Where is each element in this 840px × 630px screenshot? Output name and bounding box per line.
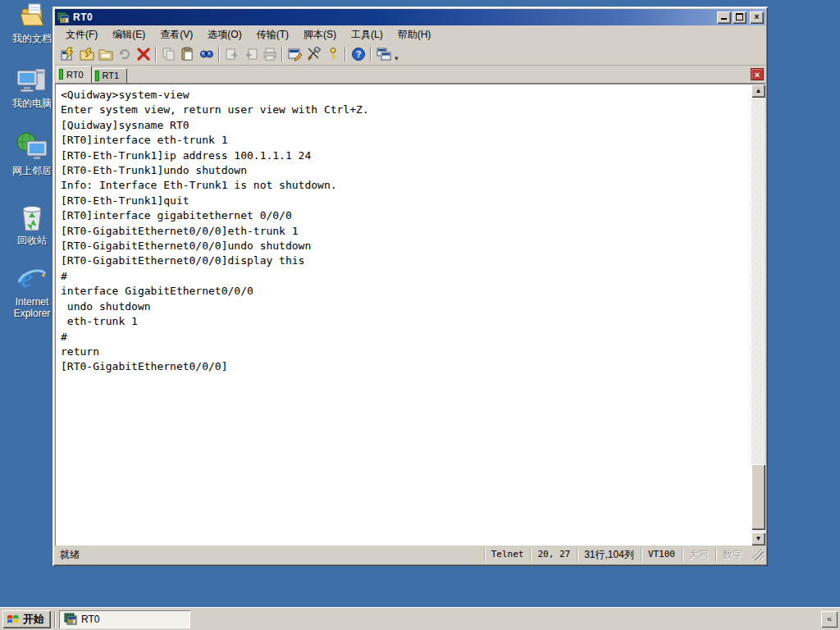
status-protocol: Telnet	[484, 548, 531, 561]
terminal-line: [RT0-GigabitEthernet0/0/0]	[61, 359, 751, 374]
my-computer-icon	[16, 66, 48, 95]
disconnect-icon[interactable]	[134, 46, 153, 63]
windows-logo-icon	[7, 614, 20, 625]
toolbar-separator	[218, 47, 220, 62]
terminal-line: Info: Interface Eth-Trunk1 is not shutdo…	[61, 178, 751, 193]
status-num-lock: 数字	[715, 548, 749, 561]
scrollbar-thumb[interactable]	[751, 464, 765, 530]
terminal-line: [RT0-Eth-Trunk1]undo shutdown	[61, 163, 751, 178]
menu-bar: 文件(F)编辑(E)查看(V)选项(O)传输(T)脚本(S)工具(L)帮助(H)	[55, 25, 765, 43]
my-documents-icon	[17, 2, 47, 30]
status-cursor-position: 20, 27	[530, 548, 577, 561]
vertical-scrollbar[interactable]: ▲ ▼	[751, 84, 765, 546]
status-ready: 就绪	[57, 548, 484, 562]
tray-chevron-button[interactable]: «	[821, 611, 838, 628]
cascade-windows-icon[interactable]	[374, 46, 393, 63]
terminal-line: eth-trunk 1	[61, 314, 751, 329]
print-icon[interactable]	[260, 46, 279, 63]
tab-rt0[interactable]: RT0	[57, 66, 92, 83]
help-icon[interactable]: ?	[349, 46, 368, 63]
reconnect-icon[interactable]	[115, 46, 134, 63]
taskbar: 开始 RT0 «	[0, 607, 840, 630]
toolbar-overflow-chevron-icon[interactable]: ▾	[395, 54, 399, 63]
scrollbar-track[interactable]	[751, 98, 765, 532]
minimize-icon	[721, 12, 727, 20]
menu-item[interactable]: 编辑(E)	[105, 26, 153, 43]
recycle-bin-icon	[18, 203, 46, 232]
toolbar-separator	[345, 47, 346, 62]
toolbar-separator	[370, 47, 372, 62]
status-emulation: VT100	[641, 548, 682, 561]
start-label: 开始	[23, 612, 44, 627]
minimize-button[interactable]	[717, 11, 731, 24]
copy-icon[interactable]	[159, 46, 178, 63]
scroll-up-icon[interactable]: ▲	[751, 84, 765, 98]
close-tab-button[interactable]: ×	[751, 68, 764, 80]
app-icon	[64, 613, 77, 625]
terminal-line: [RT0-GigabitEthernet0/0/0]undo shutdown	[61, 239, 751, 253]
scroll-down-icon[interactable]: ▼	[751, 532, 765, 546]
taskbar-button-rt0[interactable]: RT0	[59, 610, 190, 628]
tab-label: RT0	[66, 70, 84, 80]
find-icon[interactable]	[197, 46, 216, 63]
quick-connect-icon[interactable]	[58, 46, 77, 63]
resize-grip[interactable]	[752, 549, 764, 560]
status-caps-lock: 大写	[682, 548, 715, 561]
svg-text:?: ?	[355, 49, 361, 59]
terminal-line: #	[61, 269, 751, 284]
terminal-line: [Quidway]sysname RT0	[61, 118, 751, 133]
connected-indicator-icon	[60, 70, 62, 79]
terminal-line: undo shutdown	[61, 299, 751, 314]
paste-icon[interactable]	[178, 46, 197, 63]
internet-explorer-icon: e	[16, 262, 48, 294]
toolbar: ? ▾	[55, 43, 765, 66]
terminal-line: [RT0]interface gigabitethernet 0/0/0	[61, 208, 751, 223]
app-icon	[57, 11, 70, 24]
terminal-line: [RT0]interface eth-trunk 1	[61, 133, 751, 148]
send-file-icon[interactable]	[222, 46, 241, 63]
receive-file-icon[interactable]	[241, 46, 260, 63]
global-options-icon[interactable]	[304, 46, 323, 63]
terminal-line: [RT0-Eth-Trunk1]quit	[61, 194, 751, 208]
connected-indicator-icon	[96, 71, 98, 80]
network-places-icon	[16, 131, 48, 162]
terminal-line: [RT0-GigabitEthernet0/0/0]display this	[61, 253, 751, 268]
terminal-line: interface GigabitEthernet0/0/0	[61, 284, 751, 299]
tab-label: RT1	[103, 71, 120, 80]
session-options-icon[interactable]	[285, 46, 304, 63]
status-bar: 就绪 Telnet 20, 27 31行,104列 VT100 大写 数字	[55, 546, 765, 564]
window-title: RT0	[73, 11, 715, 23]
terminal-output[interactable]: <Quidway>system-viewEnter system view, r…	[55, 84, 751, 546]
menu-item[interactable]: 传输(T)	[249, 26, 296, 43]
menu-item[interactable]: 查看(V)	[153, 26, 200, 43]
terminal-line: [RT0-Eth-Trunk1]ip address 100.1.1.1 24	[61, 148, 751, 163]
status-terminal-size: 31行,104列	[577, 548, 641, 561]
close-button[interactable]: ×	[750, 11, 764, 24]
maximize-icon	[736, 13, 743, 21]
menu-item[interactable]: 选项(O)	[200, 26, 249, 43]
menu-item[interactable]: 工具(L)	[344, 26, 390, 43]
maximize-button[interactable]	[733, 11, 746, 24]
sessions-folder-icon[interactable]	[96, 46, 115, 63]
taskbar-divider	[54, 611, 56, 628]
terminal-line: Enter system view, return user view with…	[61, 103, 751, 117]
menu-item[interactable]: 脚本(S)	[296, 26, 344, 43]
menu-item[interactable]: 帮助(H)	[390, 26, 439, 43]
start-button[interactable]: 开始	[2, 610, 51, 628]
toolbar-separator	[281, 47, 283, 62]
terminal-line: #	[61, 330, 751, 345]
window-titlebar[interactable]: RT0 ×	[55, 9, 765, 25]
terminal-line: [RT0-GigabitEthernet0/0/0]eth-trunk 1	[61, 224, 751, 239]
session-tab-bar: RT0 RT1 ×	[55, 66, 765, 84]
terminal-line: <Quidway>system-view	[61, 88, 751, 103]
client-area: <Quidway>system-viewEnter system view, r…	[55, 84, 765, 546]
toolbar-separator	[155, 47, 157, 62]
connect-icon[interactable]	[77, 46, 96, 63]
terminal-line: return	[61, 345, 751, 359]
tab-rt1[interactable]: RT1	[93, 68, 128, 83]
terminal-app-window: RT0 × 文件(F)编辑(E)查看(V)选项(O)传输(T)脚本(S)工具(L…	[52, 7, 768, 566]
taskbar-button-label: RT0	[81, 614, 99, 625]
menu-item[interactable]: 文件(F)	[58, 26, 105, 43]
keygen-icon[interactable]	[323, 46, 342, 63]
